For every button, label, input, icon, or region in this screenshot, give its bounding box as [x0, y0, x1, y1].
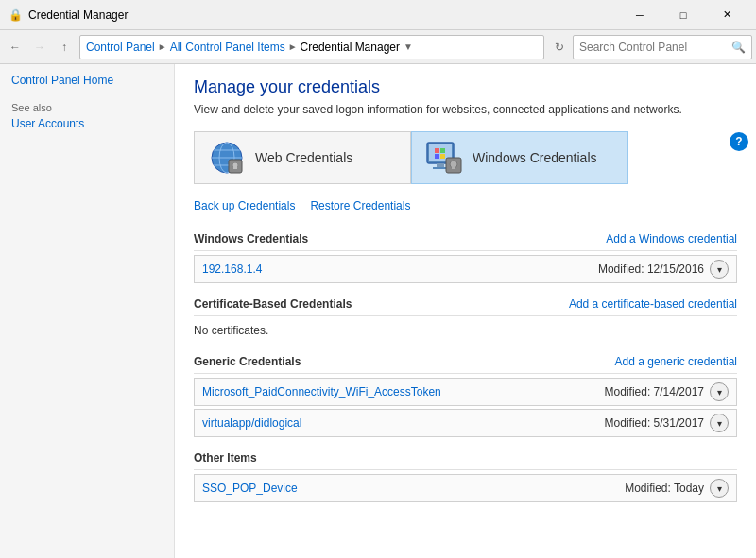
minimize-button[interactable]: ─ [618, 0, 662, 30]
cred-item-expand-button[interactable]: ▾ [710, 414, 729, 432]
svg-rect-10 [437, 163, 444, 167]
cred-item-modified-date: Modified: 7/14/2017 [605, 385, 704, 398]
cred-item-name: SSO_POP_Device [202, 482, 298, 495]
cred-item-name: 192.168.1.4 [202, 262, 262, 276]
section-header-0: Windows CredentialsAdd a Windows credent… [194, 228, 737, 251]
svg-rect-18 [440, 154, 445, 159]
credential-section-2: Generic CredentialsAdd a generic credent… [194, 350, 737, 437]
sidebar-home-link[interactable]: Control Panel Home [11, 74, 163, 87]
breadcrumb-all-items[interactable]: All Control Panel Items [170, 41, 285, 54]
no-items-text-1: No certificates. [194, 320, 737, 341]
credential-section-1: Certificate-Based CredentialsAdd a certi… [194, 293, 737, 341]
add-credential-link-2[interactable]: Add a generic credential [615, 355, 737, 368]
cred-item[interactable]: SSO_POP_DeviceModified: Today▾ [194, 474, 737, 502]
add-credential-link-1[interactable]: Add a certificate-based credential [569, 297, 737, 311]
search-icon[interactable]: 🔍 [731, 41, 746, 54]
sidebar-user-accounts-link[interactable]: User Accounts [11, 117, 163, 130]
breadcrumb: Control Panel ► All Control Panel Items … [79, 35, 544, 59]
address-bar: ← → ↑ Control Panel ► All Control Panel … [0, 30, 756, 64]
credential-section-3: Other ItemsSSO_POP_DeviceModified: Today… [194, 447, 737, 502]
breadcrumb-control-panel[interactable]: Control Panel [86, 41, 155, 54]
page-title: Manage your credentials [194, 77, 737, 97]
cred-item[interactable]: 192.168.1.4Modified: 12/15/2016▾ [194, 255, 737, 283]
section-title-0: Windows Credentials [194, 232, 308, 245]
refresh-button[interactable]: ↻ [548, 36, 571, 59]
restore-credentials-link[interactable]: Restore Credentials [310, 199, 410, 212]
main-container: Control Panel Home See also User Account… [0, 64, 756, 558]
see-also-label: See also [11, 102, 163, 113]
content-area: Manage your credentials View and delete … [175, 64, 756, 558]
cred-item-expand-button[interactable]: ▾ [710, 260, 729, 279]
cred-item-expand-button[interactable]: ▾ [710, 479, 729, 498]
forward-button[interactable]: → [28, 36, 51, 59]
svg-rect-15 [435, 148, 439, 153]
windows-credentials-label: Windows Credentials [472, 150, 597, 165]
section-title-1: Certificate-Based Credentials [194, 297, 352, 311]
section-title-3: Other Items [194, 451, 257, 465]
web-credentials-button[interactable]: Web Credentials [194, 131, 411, 184]
page-description: View and delete your saved logon informa… [194, 103, 737, 116]
title-bar: 🔒 Credential Manager ─ □ ✕ [0, 0, 756, 30]
restore-button[interactable]: □ [662, 0, 705, 30]
web-credentials-label: Web Credentials [255, 150, 352, 165]
svg-rect-17 [435, 154, 439, 159]
svg-rect-16 [440, 148, 445, 153]
svg-rect-7 [233, 165, 237, 169]
section-header-3: Other Items [194, 447, 737, 470]
search-input[interactable] [579, 41, 731, 54]
action-links: Back up Credentials Restore Credentials [194, 199, 737, 212]
breadcrumb-current: Credential Manager [301, 41, 400, 54]
cred-item-modified-date: Modified: 5/31/2017 [605, 416, 704, 430]
cred-item-modified-date: Modified: Today [625, 482, 704, 495]
window-title: Credential Manager [28, 8, 618, 22]
search-box: 🔍 [573, 35, 752, 59]
cred-type-row: Web Credentials [194, 131, 737, 184]
cred-item-name: virtualapp/didlogical [202, 416, 301, 430]
cred-item-expand-button[interactable]: ▾ [710, 382, 729, 401]
add-credential-link-0[interactable]: Add a Windows credential [606, 232, 737, 245]
backup-credentials-link[interactable]: Back up Credentials [194, 199, 295, 212]
svg-rect-14 [452, 164, 455, 169]
close-button[interactable]: ✕ [705, 0, 748, 30]
section-title-2: Generic Credentials [194, 355, 301, 368]
windows-credentials-icon [425, 139, 463, 177]
back-button[interactable]: ← [4, 36, 26, 59]
sections-container: Windows CredentialsAdd a Windows credent… [194, 228, 737, 502]
web-credentials-icon [208, 139, 246, 177]
sidebar: Control Panel Home See also User Account… [0, 64, 175, 558]
section-header-2: Generic CredentialsAdd a generic credent… [194, 350, 737, 374]
up-button[interactable]: ↑ [53, 36, 76, 59]
cred-item-modified-date: Modified: 12/15/2016 [598, 262, 704, 276]
section-header-1: Certificate-Based CredentialsAdd a certi… [194, 293, 737, 316]
cred-item-name: Microsoft_PaidConnectivity_WiFi_AccessTo… [202, 385, 441, 398]
cred-item[interactable]: Microsoft_PaidConnectivity_WiFi_AccessTo… [194, 378, 737, 406]
window-controls: ─ □ ✕ [618, 0, 748, 30]
cred-item[interactable]: virtualapp/didlogicalModified: 5/31/2017… [194, 409, 737, 437]
credential-section-0: Windows CredentialsAdd a Windows credent… [194, 228, 737, 283]
windows-credentials-button[interactable]: Windows Credentials [411, 131, 628, 184]
app-icon: 🔒 [8, 8, 23, 23]
breadcrumb-dropdown-arrow[interactable]: ▼ [404, 42, 413, 52]
